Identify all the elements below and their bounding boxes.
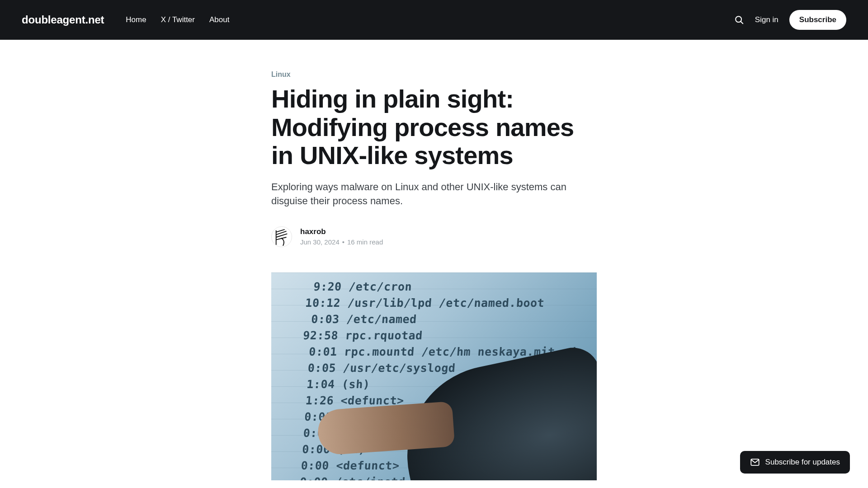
avatar-icon [274, 229, 291, 246]
header-left: doubleagent.net Home X / Twitter About [22, 14, 229, 26]
post-tag[interactable]: Linux [271, 70, 291, 78]
search-button[interactable] [734, 15, 744, 25]
meta-separator: • [342, 238, 344, 246]
floating-subscribe-label: Subscribe for updates [765, 458, 840, 467]
subscribe-button[interactable]: Subscribe [789, 10, 846, 30]
article: Linux Hiding in plain sight: Modifying p… [271, 70, 597, 247]
author-avatar[interactable] [271, 226, 292, 247]
svg-line-3 [276, 230, 285, 232]
nav-home[interactable]: Home [126, 15, 146, 24]
nav-twitter[interactable]: X / Twitter [161, 15, 195, 24]
byline-text: haxrob Jun 30, 2024 • 16 min read [300, 227, 383, 246]
nav-about[interactable]: About [209, 15, 229, 24]
post-title: Hiding in plain sight: Modifying process… [271, 85, 597, 170]
post-date: Jun 30, 2024 [300, 238, 340, 246]
site-title[interactable]: doubleagent.net [22, 14, 104, 26]
floating-subscribe-button[interactable]: Subscribe for updates [740, 451, 850, 474]
byline: haxrob Jun 30, 2024 • 16 min read [271, 226, 597, 247]
post-meta: Jun 30, 2024 • 16 min read [300, 238, 383, 246]
post-excerpt: Exploring ways malware on Linux and othe… [271, 180, 597, 208]
mail-icon [750, 457, 760, 467]
svg-line-1 [741, 21, 743, 23]
main-nav: Home X / Twitter About [126, 15, 229, 24]
search-icon [734, 15, 744, 25]
post-read-time: 16 min read [347, 238, 383, 246]
site-header: doubleagent.net Home X / Twitter About S… [0, 0, 868, 40]
signin-link[interactable]: Sign in [755, 15, 778, 24]
header-right: Sign in Subscribe [734, 10, 846, 30]
hero-image: 9:20 /etc/cron 10:12 /usr/lib/lpd /etc/n… [271, 272, 597, 480]
author-name[interactable]: haxrob [300, 227, 326, 236]
hero-figure: 9:20 /etc/cron 10:12 /usr/lib/lpd /etc/n… [271, 272, 597, 480]
